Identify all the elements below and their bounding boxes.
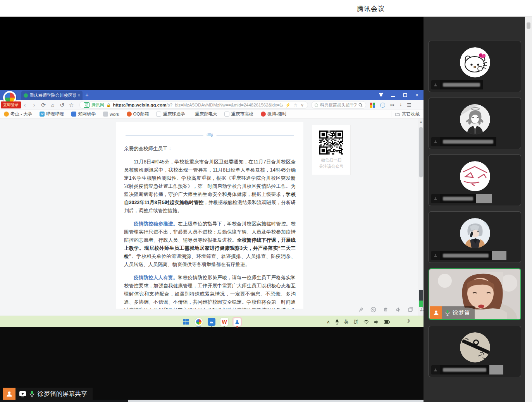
screenshot-scissors-icon[interactable]: ✂	[390, 102, 394, 108]
page-scrollbar[interactable]: ▲ ▼	[418, 119, 424, 316]
bookmark-item[interactable]: 考虫 - 大学	[4, 111, 32, 117]
home-button[interactable]: ⌂	[48, 102, 57, 108]
mini-avatar-icon	[431, 365, 440, 375]
weibo-icon	[261, 112, 266, 117]
dropdown-caret-icon[interactable]: ∨	[301, 103, 304, 108]
blurred-participant-name	[443, 368, 486, 372]
favorite-star-button[interactable]: ☆	[67, 102, 76, 108]
browser-tab[interactable]: 重庆移通学院合川校区致全校… ×	[21, 91, 83, 100]
address-bar[interactable]: 证 腾讯网 🔒 https://mp.weixin.qq.com/s?_biz=…	[79, 101, 308, 109]
blurred-participant-name	[443, 140, 493, 144]
meeting-title: 腾讯会议	[357, 4, 385, 13]
bookmark-item[interactable]: QQ邮箱	[127, 111, 149, 117]
tab-close-icon[interactable]: ×	[78, 93, 80, 98]
participant-tile[interactable]	[429, 41, 521, 92]
participant-tile-active[interactable]: 徐梦笛	[429, 268, 521, 320]
blurred-participant-name	[443, 197, 473, 201]
article-card: dttg 亲爱的全校师生员工：11月8日4时45分，学校接重庆市合川区卫健委通知…	[116, 122, 303, 309]
tray-ime-en[interactable]: 英	[344, 319, 349, 325]
taskbar-wps-icon[interactable]: W	[220, 317, 229, 326]
panel-handle[interactable]	[527, 22, 530, 29]
close-button[interactable]: ×	[414, 92, 420, 98]
bookmark-item[interactable]: work	[103, 112, 119, 117]
participant-tile[interactable]	[429, 326, 521, 377]
refresh-button[interactable]: ⟳	[39, 102, 48, 108]
participant-tile[interactable]	[429, 98, 521, 149]
other-favorites[interactable]: 其它收藏	[391, 111, 420, 117]
start-button[interactable]	[181, 317, 191, 326]
mic-on-icon	[29, 390, 34, 397]
text-segment: 11月8日4时45分，学校接重庆市合川区卫健委通知，在11月7日合川校区全员核酸…	[124, 159, 296, 197]
bookmark-label: 知网研学	[78, 111, 96, 117]
apps-grid-icon[interactable]	[370, 103, 375, 108]
taskbar-docs-icon[interactable]	[207, 317, 216, 326]
minimize-button[interactable]	[390, 92, 396, 98]
meeting-titlebar: 腾讯会议	[0, 0, 532, 17]
tray-battery-icon[interactable]	[384, 320, 390, 324]
taskbar-meeting-icon[interactable]	[232, 317, 242, 326]
browser-titlebar: 重庆移通学院合川校区致全校… × + ×	[0, 90, 424, 100]
text-segment: 亲爱的全校师生员工：	[124, 146, 172, 151]
trash-icon[interactable]	[383, 307, 389, 313]
mic-on-icon	[445, 309, 450, 316]
avatar-red-lineart	[460, 161, 490, 191]
tray-expand-icon[interactable]: ∧	[327, 319, 330, 325]
site-verify-icon: 证	[84, 102, 90, 108]
reader-window-icon[interactable]	[408, 307, 413, 313]
speed-mode-icon[interactable]: ⚡	[285, 103, 291, 108]
favorite-heart-icon[interactable]	[370, 307, 376, 313]
qr-caption-line1: 微信扫一扫	[312, 157, 350, 163]
bookmark-item[interactable]: 重庆移通学	[156, 111, 185, 117]
participant-name-overlay	[431, 80, 483, 89]
bookmark-item[interactable]: 微博-随时	[261, 111, 287, 117]
participant-sidebar: 徐梦笛	[424, 17, 525, 402]
participant-tile[interactable]	[429, 155, 521, 206]
search-input[interactable]: 科兴疫苗损失超千万	[311, 101, 366, 109]
find-icon[interactable]	[420, 307, 424, 313]
scroll-up-icon[interactable]: ▲	[419, 120, 423, 124]
url-text: https://mp.weixin.qq.com/s?_biz=MzA5ODAy…	[113, 103, 283, 107]
participant-name-overlay	[431, 194, 492, 203]
download-icon[interactable]: ↓	[399, 103, 402, 107]
article-divider: dttg	[126, 135, 294, 136]
tray-mic-icon[interactable]	[335, 319, 339, 325]
rocket-icon[interactable]	[358, 307, 364, 313]
forward-button[interactable]: ›	[29, 102, 39, 108]
bookmark-label: 重庆邮电大	[195, 111, 217, 117]
mini-avatar-icon	[431, 137, 440, 146]
meeting-main-area: 重庆移通学院合川校区致全校… × + × 立即登录 ‹ ›	[0, 17, 532, 402]
back-button[interactable]: ‹	[20, 102, 29, 108]
tray-ime-pinyin[interactable]: 拼	[354, 319, 358, 325]
bookmark-item[interactable]: 重庆市高校	[224, 111, 253, 117]
article-paragraph: 亲爱的全校师生员工：	[124, 145, 296, 153]
blurred-participant-name	[443, 254, 489, 258]
new-tab-button[interactable]: +	[85, 91, 89, 98]
taskbar-browser-icon[interactable]	[194, 317, 203, 326]
scrollbar-thumb[interactable]	[419, 127, 423, 177]
bookmark-item[interactable]: 知网研学	[71, 111, 96, 117]
menu-hamburger-icon[interactable]: ☰	[407, 102, 411, 108]
night-mode-icon[interactable]: ☽	[405, 318, 410, 325]
tray-wifi-icon[interactable]	[363, 320, 369, 324]
scrollbar-widget[interactable]	[419, 290, 423, 307]
skin-icon[interactable]	[378, 92, 384, 98]
qr-caption-line2: 关注该公众号	[312, 163, 350, 169]
bookmark-star-icon[interactable]: ☆	[294, 103, 298, 108]
site-name: 腾讯网	[91, 102, 104, 108]
bookmark-item[interactable]: tv哔哩哔哩	[40, 111, 64, 117]
article-body: 亲爱的全校师生员工：11月8日4时45分，学校接重庆市合川区卫健委通知，在11月…	[124, 145, 296, 309]
login-now-badge[interactable]: 立即登录	[1, 101, 21, 108]
text-segment: 疫情防控人人有责。	[134, 275, 178, 280]
maximize-button[interactable]	[402, 92, 408, 98]
search-icon[interactable]	[358, 103, 363, 107]
undo-button[interactable]: ↺	[57, 102, 67, 108]
censored-patch	[476, 194, 492, 203]
bookmark-item[interactable]: 重庆邮电大	[193, 111, 217, 117]
tray-volume-icon[interactable]	[374, 320, 379, 324]
participant-tile[interactable]	[429, 211, 521, 263]
adblock-icon[interactable]: −	[380, 103, 385, 108]
hot-search-text: 科兴疫苗损失超千万	[320, 102, 356, 108]
speaker-icon[interactable]	[395, 307, 401, 313]
host-person-icon	[430, 306, 442, 319]
participant-name-overlay	[431, 365, 503, 375]
